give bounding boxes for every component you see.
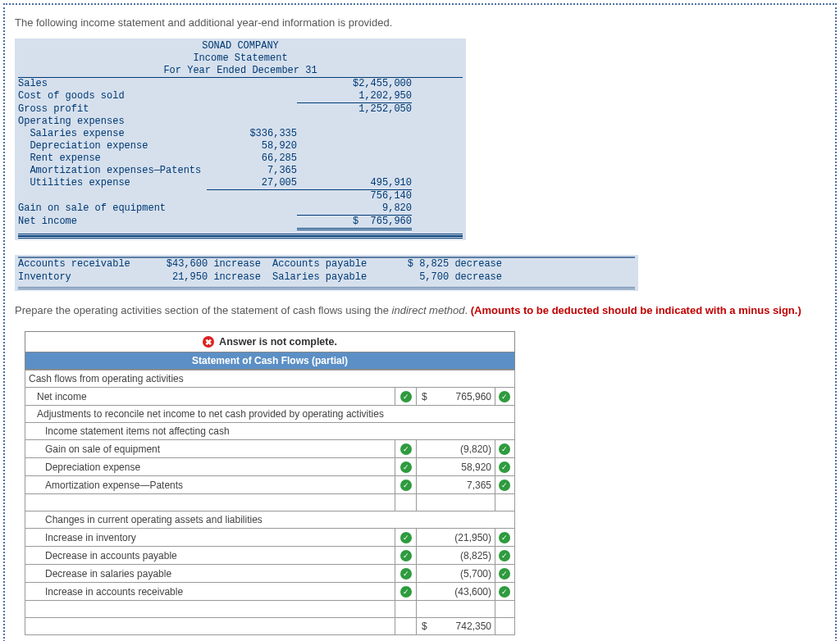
subtotal-amount: 756,140 xyxy=(297,190,412,202)
gp-amount: 1,252,050 xyxy=(297,103,412,116)
dep-amount: 58,920 xyxy=(207,140,297,152)
ni-value[interactable]: $765,960 xyxy=(417,388,495,406)
table-row: Amortization expense—Patents ✓ 7,365 ✓ xyxy=(25,476,515,494)
ni-desc[interactable]: Net income xyxy=(25,388,395,406)
ap-desc[interactable]: Decrease in accounts payable xyxy=(25,547,395,565)
check-icon: ✓ xyxy=(499,532,510,543)
ar-desc[interactable]: Increase in accounts receivable xyxy=(25,583,395,601)
ap-label: Accounts payable xyxy=(264,258,387,271)
table-row: Increase in accounts receivable ✓ (43,60… xyxy=(25,583,515,601)
sal-label: Salaries expense xyxy=(18,128,207,140)
instruction: Prepare the operating activities section… xyxy=(15,304,825,316)
x-icon: ✖ xyxy=(203,336,214,348)
check-icon: ✓ xyxy=(400,443,412,455)
table-row: Depreciation expense ✓ 58,920 ✓ xyxy=(25,458,515,476)
statement-period: For Year Ended December 31 xyxy=(18,65,463,78)
ap-value[interactable]: (8,825) xyxy=(417,547,495,565)
check-icon: ✓ xyxy=(400,461,412,473)
inv-amount: 21,950 increase xyxy=(158,271,264,284)
gain-value[interactable]: (9,820) xyxy=(417,440,495,458)
amort-label: Amortization expenses—Patents xyxy=(18,165,207,177)
noncash-header: Income statement items not affecting cas… xyxy=(25,423,515,440)
check-icon: ✓ xyxy=(400,391,412,402)
gp-label: Gross profit xyxy=(18,103,207,116)
total-value: $742,350 xyxy=(417,618,495,635)
util-amount: 27,005 xyxy=(207,177,297,190)
adj-header: Adjustments to reconcile net income to n… xyxy=(25,406,515,423)
check-icon: ✓ xyxy=(400,532,412,543)
gain-desc[interactable]: Gain on sale of equipment xyxy=(25,440,395,458)
inv-label: Inventory xyxy=(18,271,158,284)
table-row: Gain on sale of equipment ✓ (9,820) ✓ xyxy=(25,440,515,458)
gain-amount: 9,820 xyxy=(297,202,412,216)
table-row: Decrease in salaries payable ✓ (5,700) ✓ xyxy=(25,565,515,583)
table-row: Income statement items not affecting cas… xyxy=(25,423,515,440)
dep-label: Depreciation expense xyxy=(18,140,207,152)
income-statement: SONAD COMPANY Income Statement For Year … xyxy=(15,39,466,240)
inv-value[interactable]: (21,950) xyxy=(417,529,495,547)
table-row: Net income ✓ $765,960 ✓ xyxy=(25,388,515,406)
amort-amount: 7,365 xyxy=(207,165,297,177)
table-row xyxy=(25,494,515,511)
dep-desc[interactable]: Depreciation expense xyxy=(25,458,395,476)
answer-status: ✖ Answer is not complete. xyxy=(25,331,515,352)
check-icon: ✓ xyxy=(400,586,412,598)
intro-text: The following income statement and addit… xyxy=(15,16,825,29)
amort-desc[interactable]: Amortization expense—Patents xyxy=(25,476,395,494)
check-icon: ✓ xyxy=(499,461,510,473)
opex-label: Operating expenses xyxy=(18,116,207,128)
check-icon: ✓ xyxy=(499,480,510,491)
cf-title: Statement of Cash Flows (partial) xyxy=(25,352,515,370)
table-row: $742,350 xyxy=(25,618,515,635)
gain-label: Gain on sale of equipment xyxy=(18,202,207,216)
company-name: SONAD COMPANY xyxy=(18,40,463,52)
dep-value[interactable]: 58,920 xyxy=(417,458,495,476)
table-row: Decrease in accounts payable ✓ (8,825) ✓ xyxy=(25,547,515,565)
table-row: Cash flows from operating activities xyxy=(25,371,515,388)
check-icon: ✓ xyxy=(400,550,412,561)
ni-label: Net income xyxy=(18,216,207,230)
sales-amount: $2,455,000 xyxy=(297,78,412,90)
cogs-amount: 1,202,950 xyxy=(297,90,412,103)
ar-amount: $43,600 increase xyxy=(158,258,264,271)
check-icon: ✓ xyxy=(499,550,510,561)
check-icon: ✓ xyxy=(499,391,510,402)
amort-value[interactable]: 7,365 xyxy=(417,476,495,494)
rent-label: Rent expense xyxy=(18,152,207,165)
sp-label: Salaries payable xyxy=(264,271,387,284)
cfo-header: Cash flows from operating activities xyxy=(25,371,515,388)
rent-amount: 66,285 xyxy=(207,152,297,165)
ap-amount: $ 8,825 decrease xyxy=(387,258,502,271)
cogs-label: Cost of goods sold xyxy=(18,90,207,103)
sp-amount: 5,700 decrease xyxy=(387,271,502,284)
check-icon: ✓ xyxy=(400,568,412,580)
sp-value[interactable]: (5,700) xyxy=(417,565,495,583)
ar-label: Accounts receivable xyxy=(18,258,158,271)
ar-value[interactable]: (43,600) xyxy=(417,583,495,601)
additional-info: Accounts receivable $43,600 increase Acc… xyxy=(15,255,638,291)
page-frame: The following income statement and addit… xyxy=(3,3,837,641)
table-row: Adjustments to reconcile net income to n… xyxy=(25,406,515,423)
check-icon: ✓ xyxy=(499,443,510,455)
answer-box: ✖ Answer is not complete. Statement of C… xyxy=(25,331,515,635)
util-label: Utilities expense xyxy=(18,177,207,190)
ni-amount: $ 765,960 xyxy=(297,216,412,230)
opex-total: 495,910 xyxy=(297,177,412,190)
inv-desc[interactable]: Increase in inventory xyxy=(25,529,395,547)
table-row: Increase in inventory ✓ (21,950) ✓ xyxy=(25,529,515,547)
check-icon: ✓ xyxy=(400,480,412,491)
sp-desc[interactable]: Decrease in salaries payable xyxy=(25,565,395,583)
table-row: Changes in current operating assets and … xyxy=(25,511,515,529)
table-row xyxy=(25,601,515,618)
check-icon: ✓ xyxy=(499,568,510,580)
sal-amount: $336,335 xyxy=(207,128,297,140)
changes-header: Changes in current operating assets and … xyxy=(25,511,515,529)
sales-label: Sales xyxy=(18,78,207,90)
statement-title: Income Statement xyxy=(18,52,463,65)
check-icon: ✓ xyxy=(499,586,510,598)
cash-flow-table: Cash flows from operating activities Net… xyxy=(25,370,515,635)
